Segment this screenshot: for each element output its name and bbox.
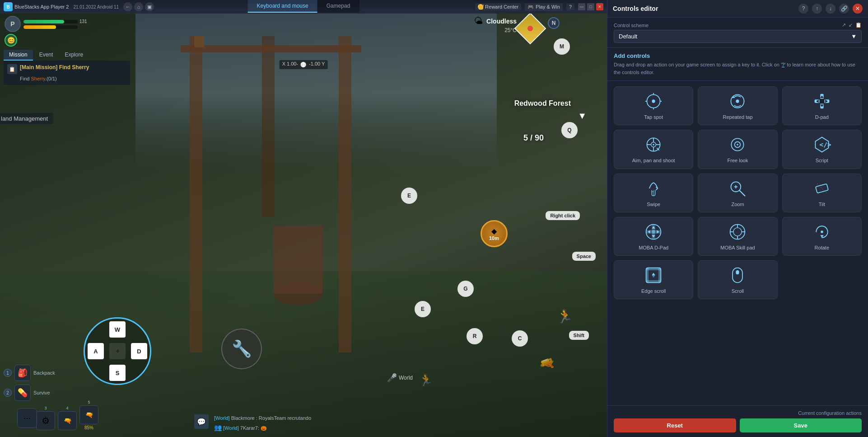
chat-message-area: 💬 [World] Blackmore : RoyalsTeam recruta… [194,414,366,432]
slot-5-num: 5 [88,400,90,404]
svg-text:</>: </> [819,141,831,149]
control-edge-scroll[interactable]: Edge scroll [614,260,693,299]
weather-temp: 25°C [474,27,517,33]
dpad-circle[interactable]: W A ✦ D S [84,317,151,385]
maximize-button[interactable]: □ [587,3,594,10]
recent-button[interactable]: ▣ [145,2,154,11]
home-button[interactable]: ⌂ [134,2,143,11]
controls-editor-header: Controls editor ? ↑ ↓ 🔗 ✕ [607,0,868,18]
c-button[interactable]: C [512,330,528,347]
slot-2-label: Survive [33,390,50,395]
m-button[interactable]: M [554,38,570,55]
space-label[interactable]: Space [572,252,596,261]
tab-keyboard-mouse[interactable]: Keyboard and mouse [248,0,317,13]
help-link[interactable]: ? [782,62,784,67]
svg-rect-69 [736,270,739,274]
bluestacks-icon: B [4,2,13,11]
control-d-pad[interactable]: D-pad [782,86,862,125]
play-win-label: Play & Win [536,4,560,9]
shift-label[interactable]: Shift [569,331,589,340]
control-tap-spot[interactable]: Tap spot [614,86,693,125]
control-repeated-tap[interactable]: Repeated tap [698,86,777,125]
voice-world-button[interactable]: 🎤 World [387,373,413,383]
control-tilt[interactable]: Tilt [782,174,862,212]
g-button[interactable]: G [457,281,474,297]
app-title: BlueStacks App Player 2 [14,4,69,9]
microphone-icon: 🎤 [387,373,397,383]
save-button[interactable]: Save [740,418,862,432]
back-button[interactable]: ← [123,2,132,11]
shift-button[interactable]: Shift [569,331,589,340]
scheme-dropdown[interactable]: Default ▼ [614,30,862,43]
ammo-counter: 5 / 90 [523,133,544,143]
tab-explore[interactable]: Explore [59,50,89,61]
ce-link-button[interactable]: 🔗 [839,4,849,14]
edge-scroll-icon [644,265,663,285]
dpad[interactable]: W A ✦ D S [84,317,151,385]
controls-editor-close-button[interactable]: ✕ [853,4,863,14]
tap-spot-icon [644,91,663,111]
window-close-button[interactable]: ✕ [596,3,603,10]
minimize-button[interactable]: — [578,3,585,10]
controls-editor-bottom: Current configuration actions Reset Save [607,405,868,437]
ce-import-button[interactable]: ↑ [812,4,822,14]
stamina-bar [23,25,78,29]
dpad-down[interactable]: S [109,365,126,381]
r-button[interactable]: R [467,328,483,344]
control-moba-d-pad[interactable]: MOBA D-Pad [614,217,693,256]
control-zoom[interactable]: Zoom [698,174,777,212]
window-controls: — □ ✕ [578,3,603,10]
space-button[interactable]: Space [572,252,596,261]
control-aim-pan-shoot[interactable]: Aim, pan and shoot [614,130,693,169]
control-free-look[interactable]: Free look [698,130,777,169]
area-name: Redwood Forest [514,99,571,108]
control-scroll[interactable]: Scroll [698,260,777,299]
ce-export-button[interactable]: ↓ [826,4,835,14]
bottom-slot-4: 4 🔫 [58,406,77,430]
crosshair-inner: X 1.00- F1 -1.00 Y [280,59,328,69]
health-fill [23,20,64,23]
control-swipe[interactable]: Swipe [614,174,693,212]
reset-button[interactable]: Reset [614,418,736,432]
play-win-button[interactable]: 🎮 Play & Win [525,3,563,11]
aim-pan-shoot-label: Aim, pan and shoot [632,157,675,164]
dpad-left[interactable]: A [88,343,104,359]
dpad-right[interactable]: D [131,343,147,359]
map-indicator[interactable] [519,17,541,40]
right-click-label[interactable]: Right click [546,211,580,220]
svg-marker-67 [652,275,655,277]
svg-point-54 [733,228,742,236]
crosshair: X 1.00- F1 -1.00 Y [280,59,328,69]
control-script[interactable]: </> Script [782,130,862,169]
world-voice-label: World [399,375,413,381]
dpad-up[interactable]: W [109,321,126,338]
slot-2-number: 2 [4,389,12,397]
control-rotate[interactable]: Rotate [782,217,862,256]
zoom-label: Zoom [731,201,744,207]
help-button[interactable]: ? [566,3,574,10]
script-icon: </> [812,135,832,155]
controls-editor-header-actions: ? ↑ ↓ 🔗 ✕ [798,4,863,14]
n-notification[interactable]: N [548,17,560,29]
tab-mission[interactable]: Mission [4,50,33,61]
svg-rect-64 [646,268,661,270]
right-click-button[interactable]: Right click [546,211,580,220]
control-scheme-text: Control scheme [614,23,649,28]
swipe-svg [644,179,663,197]
control-moba-skill-pad[interactable]: MOBA Skill pad [698,217,777,256]
reward-center-button[interactable]: 👑 Reward Center [475,3,521,10]
chat-lines: [World] Blackmore : RoyalsTeam recrutand… [214,414,311,432]
extra-action-button[interactable]: ··· [17,408,37,428]
y-coord-label: -1.00 Y [309,61,325,68]
tab-gamepad[interactable]: Gamepad [317,0,359,13]
mission-title-row: 📋 [Main Mission] Find Sherry [7,64,126,74]
e-button-2[interactable]: E [415,301,431,317]
ce-help-button[interactable]: ? [798,4,808,14]
svg-rect-68 [733,268,743,283]
tab-event[interactable]: Event [34,50,59,61]
weather-name: Cloudless [486,18,517,25]
scheme-icon-2: ↙ [849,22,853,28]
action-button[interactable]: 🔧 [221,329,262,369]
e-button-1[interactable]: E [401,188,417,204]
q-button[interactable]: Q [561,122,578,138]
